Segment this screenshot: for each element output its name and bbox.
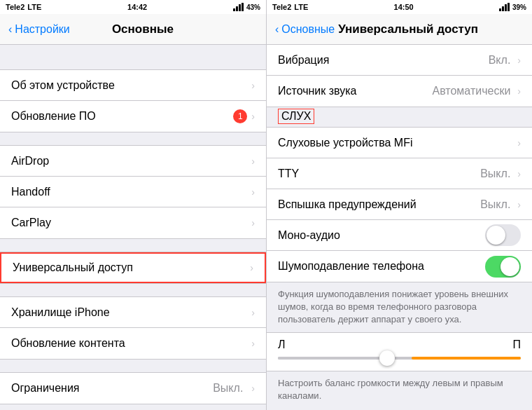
left-status-left: Tele2 LTE bbox=[6, 3, 41, 11]
signal-icon bbox=[233, 3, 244, 11]
list-item-storage[interactable]: Хранилище iPhone › bbox=[0, 297, 266, 328]
flash-chevron-icon: › bbox=[517, 199, 521, 210]
source-right: Автоматически › bbox=[432, 85, 521, 97]
mono-label: Моно-аудио bbox=[278, 229, 340, 242]
airdrop-chevron-icon: › bbox=[251, 156, 255, 167]
source-value: Автоматически bbox=[432, 85, 510, 97]
update-label: Обновление ПО bbox=[11, 110, 96, 123]
vibration-chevron-icon: › bbox=[517, 55, 521, 66]
svg-rect-4 bbox=[499, 8, 501, 11]
left-gap-2 bbox=[0, 132, 266, 145]
handoff-chevron-icon: › bbox=[251, 186, 255, 198]
slider-fill-right bbox=[412, 357, 521, 360]
right-carrier: Tele2 bbox=[272, 3, 291, 11]
mono-toggle[interactable] bbox=[485, 224, 521, 246]
left-gap-3 bbox=[0, 239, 266, 252]
right-battery: 39% bbox=[512, 4, 526, 11]
list-item-content-update[interactable]: Обновление контента › bbox=[0, 328, 266, 359]
right-item-vibration[interactable]: Вибрация Вкл. › bbox=[267, 45, 532, 76]
svg-rect-7 bbox=[507, 3, 510, 11]
about-chevron-icon: › bbox=[251, 80, 255, 91]
left-gap-1 bbox=[0, 45, 266, 69]
right-status-bar: Tele2 LTE 14:50 39% bbox=[267, 0, 532, 14]
right-time: 14:50 bbox=[394, 3, 414, 11]
balance-right-label: П bbox=[513, 339, 522, 351]
left-group-5: Ограничения Выкл. › bbox=[0, 372, 266, 404]
left-battery: 43% bbox=[246, 4, 260, 11]
right-status-left: Tele2 LTE bbox=[272, 3, 308, 11]
right-item-source[interactable]: Источник звука Автоматически › bbox=[267, 76, 532, 107]
restrictions-label: Ограничения bbox=[11, 382, 80, 395]
vibration-value: Вкл. bbox=[489, 54, 511, 67]
sluh-group: Слуховые устройства MFi › TTY Выкл. › Вс… bbox=[267, 127, 532, 282]
list-item-restrictions[interactable]: Ограничения Выкл. › bbox=[0, 373, 266, 404]
slider-fill-left bbox=[278, 357, 387, 360]
accessibility-chevron-icon: › bbox=[250, 262, 253, 273]
right-item-mono[interactable]: Моно-аудио bbox=[267, 220, 532, 251]
restrictions-chevron-icon: › bbox=[251, 383, 255, 394]
source-label: Источник звука bbox=[278, 85, 356, 97]
content-update-chevron-icon: › bbox=[251, 338, 255, 349]
list-item-handoff[interactable]: Handoff › bbox=[0, 177, 266, 207]
tty-chevron-icon: › bbox=[517, 168, 521, 179]
handoff-label: Handoff bbox=[11, 186, 50, 198]
right-panel: Tele2 LTE 14:50 39% ‹ Основные Универсал… bbox=[266, 0, 532, 410]
balance-section: Л П bbox=[267, 332, 532, 371]
storage-label: Хранилище iPhone bbox=[11, 306, 110, 319]
noise-toggle[interactable] bbox=[485, 256, 521, 278]
left-network: LTE bbox=[27, 3, 41, 11]
left-nav-bar: ‹ Настройки Основные bbox=[0, 14, 266, 45]
right-nav-bar: ‹ Основные Универсальный доступ bbox=[267, 14, 532, 45]
left-group-1: Об этом устройстве › Обновление ПО 1 › bbox=[0, 69, 266, 132]
left-gap-4 bbox=[0, 284, 266, 296]
about-right: › bbox=[251, 80, 255, 91]
accessibility-label: Универсальный доступ bbox=[13, 261, 133, 274]
right-item-tty[interactable]: TTY Выкл. › bbox=[267, 158, 532, 189]
list-item-update[interactable]: Обновление ПО 1 › bbox=[0, 101, 266, 132]
restrictions-right: Выкл. › bbox=[213, 382, 255, 395]
list-item-carplay[interactable]: CarPlay › bbox=[0, 207, 266, 238]
restrictions-value: Выкл. bbox=[213, 382, 243, 395]
left-carrier: Tele2 bbox=[6, 3, 24, 11]
svg-rect-3 bbox=[241, 3, 244, 11]
mono-toggle-knob bbox=[486, 226, 505, 245]
handoff-right: › bbox=[251, 186, 255, 198]
right-item-flash[interactable]: Вспышка предупреждений Выкл. › bbox=[267, 189, 532, 220]
balance-slider[interactable] bbox=[278, 357, 521, 360]
vibration-right: Вкл. › bbox=[489, 54, 521, 67]
content-update-label: Обновление контента bbox=[11, 337, 125, 350]
right-network: LTE bbox=[294, 3, 308, 11]
sluh-section-header: СЛУХ bbox=[267, 107, 532, 127]
balance-description: Настроить баланс громкости между левым и… bbox=[267, 371, 532, 408]
list-item-about[interactable]: Об этом устройстве › bbox=[0, 70, 266, 101]
right-top-group: Вибрация Вкл. › Источник звука Автоматич… bbox=[267, 45, 532, 107]
accessibility-right: › bbox=[250, 262, 253, 273]
left-group-2: AirDrop › Handoff › CarPlay › bbox=[0, 145, 266, 239]
tty-label: TTY bbox=[278, 168, 299, 180]
right-item-mfi[interactable]: Слуховые устройства MFi › bbox=[267, 128, 532, 158]
carplay-label: CarPlay bbox=[11, 217, 51, 229]
tty-value: Выкл. bbox=[480, 168, 510, 180]
update-chevron-icon: › bbox=[251, 111, 255, 122]
left-group-4: Хранилище iPhone › Обновление контента › bbox=[0, 296, 266, 360]
noise-label: Шумоподавление телефона bbox=[278, 260, 424, 273]
airdrop-label: AirDrop bbox=[11, 155, 49, 168]
list-item-accessibility[interactable]: Универсальный доступ › bbox=[0, 252, 266, 283]
storage-right: › bbox=[251, 307, 255, 318]
right-chevron-icon: ‹ bbox=[275, 23, 279, 36]
left-gap-5 bbox=[0, 360, 266, 372]
slider-knob[interactable] bbox=[379, 350, 395, 366]
left-status-bar: Tele2 LTE 14:42 43% bbox=[0, 0, 266, 14]
tty-right: Выкл. › bbox=[480, 168, 521, 180]
flash-label: Вспышка предупреждений bbox=[278, 198, 416, 211]
left-status-right: 43% bbox=[233, 3, 260, 11]
flash-right: Выкл. › bbox=[480, 198, 521, 211]
vibration-label: Вибрация bbox=[278, 54, 329, 67]
carplay-right: › bbox=[251, 217, 255, 228]
mfi-chevron-icon: › bbox=[517, 137, 521, 149]
balance-left-label: Л bbox=[278, 339, 286, 351]
noise-description: Функция шумоподавления понижает уровень … bbox=[267, 282, 532, 332]
right-item-noise[interactable]: Шумоподавление телефона bbox=[267, 251, 532, 282]
list-item-airdrop[interactable]: AirDrop › bbox=[0, 146, 266, 177]
right-nav-title: Универсальный доступ bbox=[293, 22, 524, 36]
